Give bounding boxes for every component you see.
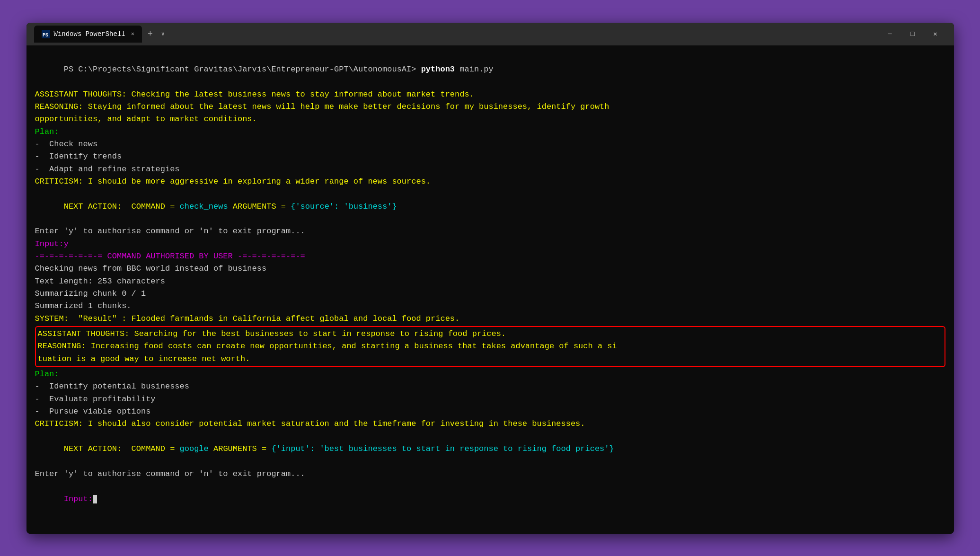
authorise-prompt-1: Enter 'y' to authorise command or 'n' to… [35, 225, 945, 238]
powershell-icon: PS [42, 30, 50, 38]
next-action-label-1: NEXT ACTION: COMMAND = [64, 202, 180, 211]
plan-item-2: - Identify trends [35, 150, 945, 163]
input-label: Input: [64, 494, 93, 503]
plan-item-4: - Identify potential businesses [35, 380, 945, 393]
window-controls: ─ □ ✕ [879, 26, 946, 43]
terminal-cursor [93, 495, 97, 503]
highlighted-section: ASSISTANT THOUGHTS: Searching for the be… [35, 326, 945, 367]
powershell-tab[interactable]: PS Windows PowerShell ✕ [34, 26, 142, 43]
args-label-2: ARGUMENTS = [209, 444, 272, 453]
text-length: Text length: 253 characters [35, 275, 945, 288]
input-prompt-line[interactable]: Input: [35, 480, 945, 518]
plan-item-6: - Pursue viable options [35, 406, 945, 418]
args-2: {'input': 'best businesses to start in r… [271, 444, 614, 453]
minimize-button[interactable]: ─ [879, 26, 901, 43]
svg-text:PS: PS [43, 33, 48, 38]
summarizing-chunk: Summarizing chunk 0 / 1 [35, 288, 945, 300]
ps-prompt-text: PS C:\Projects\Significant Gravitas\Jarv… [64, 65, 421, 74]
criticism-1: CRITICISM: I should be more aggressive i… [35, 176, 945, 188]
plan-item-5: - Evaluate profitability [35, 393, 945, 406]
args-label-1: ARGUMENTS = [228, 202, 291, 211]
tab-title: Windows PowerShell [54, 30, 125, 38]
titlebar-left: PS Windows PowerShell ✕ + ∨ [34, 26, 168, 43]
maximize-button[interactable]: □ [902, 26, 924, 43]
plan-item-3: - Adapt and refine strategies [35, 163, 945, 176]
next-action-2: NEXT ACTION: COMMAND = google ARGUMENTS … [35, 431, 945, 468]
tab-close-button[interactable]: ✕ [131, 30, 134, 37]
prompt-line: PS C:\Projects\Significant Gravitas\Jarv… [35, 51, 945, 88]
titlebar-tabs: PS Windows PowerShell ✕ + ∨ [34, 26, 168, 43]
checking-news: Checking news from BBC world instead of … [35, 263, 945, 275]
plan-label-1: Plan: [35, 126, 945, 138]
system-result: SYSTEM: "Result" : Flooded farmlands in … [35, 313, 945, 325]
command-2: google [180, 444, 209, 453]
script-name: main.py [455, 65, 494, 74]
close-button[interactable]: ✕ [925, 26, 946, 43]
command-1: check_news [180, 202, 228, 211]
input-y: Input:y [35, 238, 945, 250]
summarized-chunks: Summarized 1 chunks. [35, 300, 945, 312]
next-action-label-2: NEXT ACTION: COMMAND = [64, 444, 180, 453]
criticism-2: CRITICISM: I should also consider potent… [35, 418, 945, 430]
terminal-body[interactable]: PS C:\Projects\Significant Gravitas\Jarv… [26, 45, 954, 534]
args-1: {'source': 'business'} [291, 202, 397, 211]
reasoning-1: REASONING: Staying informed about the la… [35, 101, 945, 126]
plan-item-1: - Check news [35, 138, 945, 150]
tab-dropdown-button[interactable]: ∨ [159, 28, 168, 39]
command-authorised: -=-=-=-=-=-=-= COMMAND AUTHORISED BY USE… [35, 250, 945, 263]
assistant-thoughts-2: ASSISTANT THOUGHTS: Searching for the be… [38, 328, 943, 340]
reasoning-2: REASONING: Increasing food costs can cre… [38, 340, 943, 365]
new-tab-button[interactable]: + [144, 27, 157, 41]
titlebar: PS Windows PowerShell ✕ + ∨ ─ □ ✕ [26, 23, 954, 45]
plan-label-2: Plan: [35, 368, 945, 380]
next-action-1: NEXT ACTION: COMMAND = check_news ARGUME… [35, 188, 945, 225]
assistant-thoughts-1: ASSISTANT THOUGHTS: Checking the latest … [35, 88, 945, 101]
python-command: python3 [421, 65, 455, 74]
powershell-window: PS Windows PowerShell ✕ + ∨ ─ □ ✕ PS C:\… [26, 23, 954, 534]
authorise-prompt-2: Enter 'y' to authorise command or 'n' to… [35, 468, 945, 480]
